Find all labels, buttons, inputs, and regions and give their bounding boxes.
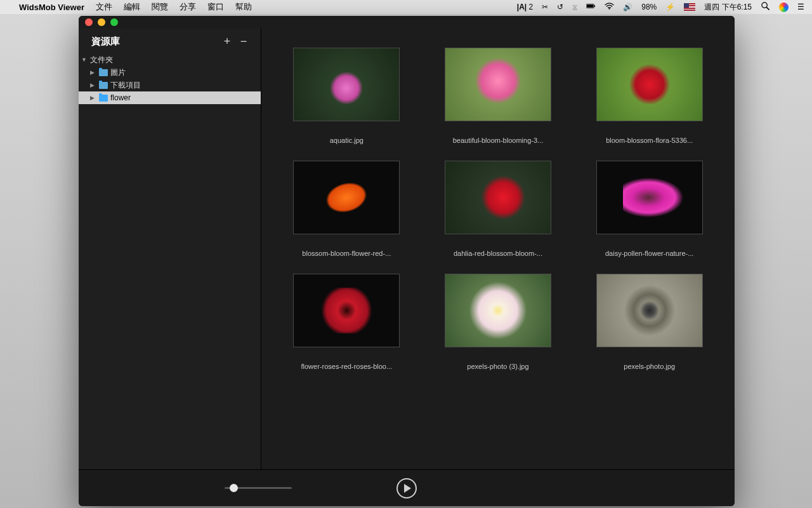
traffic-lights (85, 18, 118, 26)
thumbnail-image[interactable] (445, 274, 551, 347)
svg-rect-2 (594, 5, 595, 7)
bluetooth-icon[interactable]: ⧖ (572, 3, 577, 11)
chevron-down-icon[interactable]: ▼ (81, 57, 88, 63)
thumbnail-grid-area: aquatic.jpgbeautiful-bloom-blooming-3...… (261, 29, 735, 469)
thumbnail-image[interactable] (596, 161, 703, 234)
minimize-button[interactable] (98, 18, 105, 26)
thumbnail[interactable]: pexels-photo.jpg (593, 274, 707, 370)
notification-center-icon[interactable]: ☰ (797, 3, 804, 11)
timemachine-icon[interactable]: ↺ (557, 3, 563, 11)
thumbnail-image[interactable] (596, 48, 703, 121)
tree-root-label: 文件夾 (90, 55, 113, 65)
sidebar-title: 資源庫 (91, 36, 219, 48)
battery-icon[interactable] (586, 1, 596, 13)
thumbnail-image[interactable] (445, 161, 551, 234)
tree-item-label: 下載項目 (110, 80, 141, 91)
menu-help[interactable]: 幫助 (235, 1, 252, 13)
zoom-slider-knob[interactable] (230, 484, 238, 492)
thumbnail-label: beautiful-bloom-blooming-3... (453, 137, 543, 144)
chevron-right-icon[interactable]: ▶ (90, 95, 96, 101)
thumbnail[interactable]: beautiful-bloom-blooming-3... (441, 48, 555, 144)
folder-tree: ▼ 文件夾 ▶ 圖片 ▶ 下載項目 ▶ flower (79, 53, 261, 104)
folder-icon (99, 95, 108, 102)
thumbnail[interactable]: blossom-bloom-flower-red-... (289, 161, 403, 257)
svg-rect-1 (587, 4, 594, 7)
thumbnail-image[interactable] (293, 274, 400, 347)
close-button[interactable] (85, 18, 93, 26)
thumbnail-label: aquatic.jpg (330, 137, 363, 144)
thumbnail[interactable]: pexels-photo (3).jpg (441, 274, 555, 370)
thumbnail-image[interactable] (596, 274, 703, 347)
add-button[interactable]: + (219, 35, 235, 48)
thumbnail-label: bloom-blossom-flora-5336... (606, 137, 693, 144)
volume-icon[interactable]: 🔊 (623, 3, 632, 11)
folder-icon (99, 69, 108, 76)
chevron-right-icon[interactable]: ▶ (90, 69, 96, 76)
thumbnail[interactable]: flower-roses-red-roses-bloo... (289, 274, 403, 370)
adobe-indicator[interactable]: |A| 2 (517, 3, 533, 11)
chevron-right-icon[interactable]: ▶ (90, 82, 96, 88)
sidebar: 資源庫 + − ▼ 文件夾 ▶ 圖片 ▶ 下載項目 (79, 29, 261, 469)
maximize-button[interactable] (110, 18, 118, 26)
thumbnail[interactable]: daisy-pollen-flower-nature-... (593, 161, 707, 257)
input-flag-icon[interactable] (684, 3, 695, 11)
thumbnail-label: blossom-bloom-flower-red-... (302, 250, 391, 257)
spotlight-icon[interactable] (761, 1, 770, 13)
charging-icon: ⚡ (665, 3, 675, 11)
thumbnail-image[interactable] (293, 48, 400, 121)
thumbnail[interactable]: dahlia-red-blossom-bloom-... (441, 161, 555, 257)
siri-icon[interactable] (779, 3, 789, 12)
play-slideshow-button[interactable] (396, 478, 417, 498)
bottom-toolbar (79, 469, 735, 506)
app-name[interactable]: WidsMob Viewer (19, 3, 84, 12)
macos-menubar: WidsMob Viewer 文件 編輯 閱覽 分享 窗口 幫助 |A| 2 ✂… (0, 0, 812, 14)
thumbnail-image[interactable] (293, 161, 400, 234)
thumbnail[interactable]: bloom-blossom-flora-5336... (593, 48, 707, 144)
battery-percent: 98% (641, 3, 657, 11)
tree-item-label: flower (110, 93, 131, 102)
tree-item-downloads[interactable]: ▶ 下載項目 (79, 79, 261, 91)
menu-share[interactable]: 分享 (180, 1, 196, 13)
menu-edit[interactable]: 編輯 (124, 1, 140, 13)
menu-view[interactable]: 閱覽 (152, 1, 168, 13)
tree-root[interactable]: ▼ 文件夾 (79, 53, 261, 66)
titlebar[interactable] (79, 16, 735, 29)
scissors-icon[interactable]: ✂ (542, 3, 548, 11)
app-window: 資源庫 + − ▼ 文件夾 ▶ 圖片 ▶ 下載項目 (79, 16, 735, 506)
thumbnail-label: flower-roses-red-roses-bloo... (301, 363, 393, 370)
thumbnail-label: dahlia-red-blossom-bloom-... (454, 250, 542, 257)
thumbnail[interactable]: aquatic.jpg (289, 48, 403, 144)
tree-item-label: 圖片 (110, 67, 126, 78)
tree-item-flower[interactable]: ▶ flower (79, 91, 261, 104)
thumbnail-label: pexels-photo (3).jpg (467, 363, 528, 370)
wifi-icon[interactable] (605, 1, 614, 13)
svg-point-3 (609, 8, 610, 10)
thumbnail-label: daisy-pollen-flower-nature-... (605, 250, 693, 257)
thumbnail-label: pexels-photo.jpg (624, 363, 675, 370)
thumbnail-image[interactable] (445, 48, 551, 121)
tree-item-pictures[interactable]: ▶ 圖片 (79, 66, 261, 79)
svg-line-5 (766, 7, 769, 10)
folder-icon (99, 82, 108, 89)
menu-window[interactable]: 窗口 (207, 1, 224, 13)
clock[interactable]: 週四 下午6:15 (704, 2, 752, 13)
zoom-slider[interactable] (225, 487, 292, 489)
remove-button[interactable]: − (235, 35, 252, 48)
menu-file[interactable]: 文件 (96, 1, 112, 13)
